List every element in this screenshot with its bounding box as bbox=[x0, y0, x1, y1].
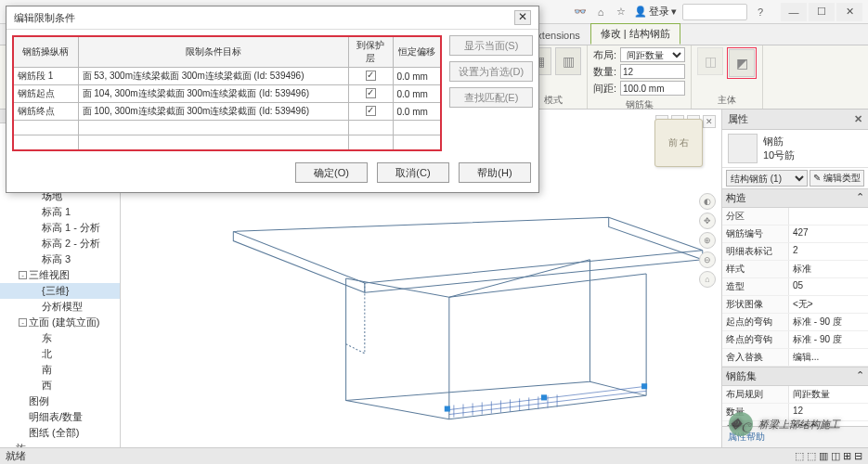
property-row[interactable]: 钢筋编号427 bbox=[722, 226, 868, 243]
nav-wheel: ◐✥⊕⊖⌂ bbox=[699, 193, 716, 288]
quantity-input[interactable] bbox=[620, 64, 685, 79]
tree-item[interactable]: 北 bbox=[0, 346, 120, 362]
view-cube[interactable]: 前 右 bbox=[654, 119, 703, 167]
table-row[interactable]: 钢筋终点面 100, 300m连续梁截面 300m连续梁截面 (Id: 5394… bbox=[13, 103, 441, 121]
tree-item[interactable]: 族 bbox=[0, 441, 120, 447]
maximize-button[interactable]: ☐ bbox=[809, 3, 835, 21]
tree-item[interactable]: 西 bbox=[0, 378, 120, 393]
binoculars-icon[interactable]: 👓 bbox=[573, 5, 588, 19]
dialog-close-button[interactable]: ✕ bbox=[514, 10, 531, 25]
tree-item[interactable]: 标高 3 bbox=[0, 251, 120, 267]
close-icon[interactable]: ✕ bbox=[854, 113, 862, 125]
help-button[interactable]: 帮助(H) bbox=[459, 162, 531, 183]
tree-item[interactable]: -三维视图 bbox=[0, 267, 120, 283]
property-row[interactable]: 舍入替换编辑... bbox=[722, 349, 868, 367]
property-row[interactable]: 明细表标记2 bbox=[722, 243, 868, 261]
tree-item[interactable]: 东 bbox=[0, 330, 120, 346]
tree-item[interactable]: -立面 (建筑立面) bbox=[0, 315, 120, 330]
property-row[interactable]: 终点的弯钩标准 - 90 度 bbox=[722, 331, 868, 349]
ribbon-group-rebarset: 布局:间距数量 数量: 间距: 钢筋集 bbox=[588, 45, 692, 109]
table-row[interactable]: 钢筋段 1面 53, 300m连续梁截面 300m连续梁截面 (Id: 5394… bbox=[13, 68, 441, 85]
find-match-button: 查找匹配(E) bbox=[449, 87, 533, 108]
star-icon[interactable]: ☆ bbox=[614, 5, 628, 19]
home-icon[interactable]: ⌂ bbox=[593, 5, 608, 19]
login-button[interactable]: 👤 登录 ▾ bbox=[634, 5, 677, 19]
constraints-table[interactable]: 钢筋操纵柄 限制条件目标 到保护层 恒定偏移 钢筋段 1面 53, 300m连续… bbox=[12, 35, 442, 151]
status-bar: 就绪 ⬚ ⬚ ▥ ◫ ⊞ ⊟ bbox=[0, 447, 868, 464]
property-row[interactable]: 布局规则间距数量 bbox=[722, 386, 868, 404]
edit-constraints-dialog: 编辑限制条件 ✕ 钢筋操纵柄 限制条件目标 到保护层 恒定偏移 钢筋段 1面 5… bbox=[6, 6, 539, 193]
tree-item[interactable]: 图例 bbox=[0, 393, 120, 409]
pick-host-icon: ◫ bbox=[697, 47, 723, 75]
watermark: �ල 桥梁上部结构施工 bbox=[729, 412, 840, 436]
wechat-icon: �ල bbox=[729, 412, 753, 436]
edit-family-icon[interactable]: ▥ bbox=[555, 47, 581, 75]
set-default-button: 设置为首选(D) bbox=[449, 61, 533, 82]
show-face-button: 显示当面(S) bbox=[449, 35, 533, 56]
spacing-input[interactable] bbox=[620, 81, 685, 96]
tree-item[interactable]: 图纸 (全部) bbox=[0, 425, 120, 441]
close-button[interactable]: ✕ bbox=[836, 3, 862, 21]
edit-type-button[interactable]: ✎ 编辑类型 bbox=[810, 170, 864, 187]
help-icon[interactable]: ? bbox=[753, 5, 768, 19]
tree-item[interactable]: 标高 1 - 分析 bbox=[0, 220, 120, 236]
tree-item[interactable]: {三维} bbox=[0, 283, 120, 299]
edit-constraints-icon[interactable]: ◩ bbox=[729, 49, 755, 77]
property-row[interactable]: 分区 bbox=[722, 208, 868, 226]
ok-button[interactable]: 确定(O) bbox=[295, 162, 368, 183]
property-row[interactable]: 样式标准 bbox=[722, 261, 868, 278]
layout-select[interactable]: 间距数量 bbox=[620, 47, 685, 62]
tree-item[interactable]: 南 bbox=[0, 362, 120, 378]
minimize-button[interactable]: — bbox=[781, 3, 807, 21]
type-preview-icon bbox=[728, 134, 758, 163]
svg-rect-16 bbox=[541, 394, 547, 400]
properties-panel: 属性✕ 钢筋10号筋 结构钢筋 (1) ✎ 编辑类型 构造⌃ 分区钢筋编号427… bbox=[721, 110, 868, 447]
tree-item[interactable]: 分析模型 bbox=[0, 299, 120, 315]
svg-rect-14 bbox=[445, 406, 450, 411]
quick-search-input[interactable] bbox=[682, 4, 747, 20]
ribbon-group-host: ◫ ◩ 主体 bbox=[692, 45, 763, 109]
tree-item[interactable]: 标高 2 - 分析 bbox=[0, 236, 120, 251]
svg-rect-15 bbox=[641, 383, 647, 389]
property-row[interactable]: 形状图像<无> bbox=[722, 296, 868, 314]
property-row[interactable]: 起点的弯钩标准 - 90 度 bbox=[722, 314, 868, 331]
cancel-button[interactable]: 取消(C) bbox=[377, 162, 449, 183]
selection-filter[interactable]: 结构钢筋 (1) bbox=[726, 170, 808, 187]
dialog-title: 编辑限制条件 bbox=[14, 11, 75, 25]
property-row[interactable]: 造型05 bbox=[722, 278, 868, 296]
tab-modify-rebar[interactable]: 修改 | 结构钢筋 bbox=[590, 23, 680, 45]
tree-item[interactable]: 标高 1 bbox=[0, 204, 120, 220]
table-row[interactable]: 钢筋起点面 104, 300m连续梁截面 300m连续梁截面 (Id: 5394… bbox=[13, 85, 441, 103]
tree-item[interactable]: 明细表/数量 bbox=[0, 409, 120, 425]
